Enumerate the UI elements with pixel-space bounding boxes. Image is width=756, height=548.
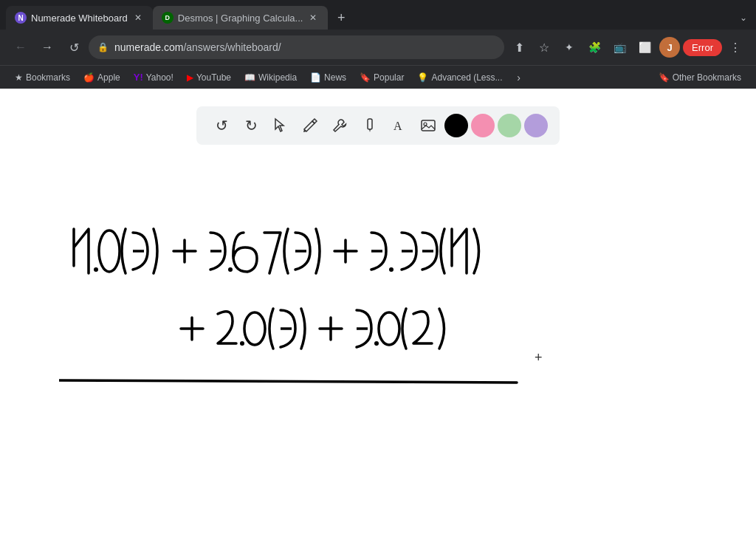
new-tab-button[interactable]: + [331,7,351,28]
wikipedia-label: Wikipedia [258,72,297,83]
apple-label: Apple [97,72,120,83]
tools-button[interactable] [326,112,353,139]
tab-numerade[interactable]: N Numerade Whiteboard ✕ [6,6,153,30]
text-tool-button[interactable]: A [385,112,412,139]
svg-point-10 [374,341,379,346]
color-purple[interactable] [524,114,548,137]
advanced-label: Advanced (Less... [431,72,502,83]
extensions-button[interactable]: 🧩 [583,35,606,59]
extension-hexagon-button[interactable]: ✦ [557,35,581,59]
tab-desmos[interactable]: D Desmos | Graphing Calcula... ✕ [153,6,329,30]
marker-tool-button[interactable] [356,112,382,139]
redo-button[interactable]: ↻ [238,112,264,139]
svg-line-12 [59,380,517,383]
bookmark-advanced[interactable]: 💡 Advanced (Less... [411,71,508,84]
other-bookmarks-icon: 🔖 [659,72,670,83]
advanced-icon: 💡 [417,72,428,83]
tab-desmos-label: Desmos | Graphing Calcula... [178,13,303,24]
desmos-favicon: D [162,12,173,24]
reload-button[interactable]: ↺ [62,35,86,59]
bookmarks-bar: ★ Bookmarks 🍎 Apple Y! Yahoo! ▶ YouTube … [0,65,756,89]
lock-icon: 🔒 [97,42,109,52]
error-button[interactable]: Error [683,39,722,56]
page-content: ↺ ↻ [0,89,756,548]
address-bar[interactable]: 🔒 numerade.com/answers/whiteboard/ [89,35,504,59]
tab-numerade-close[interactable]: ✕ [132,12,144,24]
bookmark-yahoo[interactable]: Y! Yahoo! [128,70,179,84]
menu-button[interactable]: ⋮ [724,35,747,59]
svg-text:A: A [394,120,402,132]
svg-point-3 [424,123,427,126]
bookmark-youtube[interactable]: ▶ YouTube [181,71,237,84]
color-green[interactable] [498,114,521,137]
share-button[interactable]: ⬆ [507,35,531,59]
svg-rect-0 [368,119,372,129]
news-icon: 📄 [310,72,321,83]
profile-button[interactable]: J [659,37,680,58]
text-icon: A [391,117,407,134]
bookmark-apple[interactable]: 🍎 Apple [78,71,126,84]
error-button-label: Error [692,42,713,53]
handwritten-math [59,185,613,495]
back-button[interactable]: ← [9,35,32,59]
bookmark-button[interactable]: ☆ [532,35,556,59]
numerade-favicon: N [15,12,27,24]
select-tool-button[interactable] [267,112,294,139]
split-view-button[interactable]: ⬜ [633,35,656,59]
other-bookmarks-button[interactable]: 🔖 Other Bookmarks [653,71,747,84]
pencil-tool-button[interactable] [297,112,323,139]
tab-bar: N Numerade Whiteboard ✕ D Desmos | Graph… [0,0,756,30]
wikipedia-icon: 📖 [244,72,255,83]
youtube-icon: ▶ [187,72,193,83]
svg-point-4 [94,267,98,272]
bookmarks-star-icon: ★ [15,72,23,83]
yahoo-label: Yahoo! [146,72,173,83]
nav-actions: ⬆ ☆ ✦ 🧩 📺 ⬜ J Error ⋮ [507,35,747,59]
bookmark-popular[interactable]: 🔖 Popular [354,71,410,84]
color-black[interactable] [444,114,468,137]
youtube-label: YouTube [196,72,231,83]
yahoo-icon: Y! [134,72,143,83]
svg-point-9 [244,312,265,345]
news-label: News [324,72,346,83]
tab-menu-button[interactable]: ⌄ [737,10,750,26]
tab-numerade-label: Numerade Whiteboard [31,13,128,24]
cursor-icon [272,117,289,134]
color-pink[interactable] [471,114,495,137]
nav-bar: ← → ↺ 🔒 numerade.com/answers/whiteboard/… [0,30,756,65]
apple-icon: 🍎 [83,72,94,83]
bookmark-bookmarks[interactable]: ★ Bookmarks [9,71,76,84]
tab-desmos-close[interactable]: ✕ [307,12,319,24]
undo-button[interactable]: ↺ [208,112,235,139]
svg-rect-2 [422,120,435,131]
svg-point-8 [240,341,244,346]
pencil-icon [302,117,318,134]
forward-button[interactable]: → [35,35,59,59]
browser-chrome: N Numerade Whiteboard ✕ D Desmos | Graph… [0,0,756,89]
marker-icon [361,117,377,134]
bookmark-wikipedia[interactable]: 📖 Wikipedia [238,71,303,84]
image-tool-button[interactable] [415,112,441,139]
bookmark-news[interactable]: 📄 News [304,71,352,84]
svg-point-6 [228,267,233,272]
canvas-area[interactable]: + [0,140,756,548]
svg-point-7 [389,267,394,272]
cast-button[interactable]: 📺 [608,35,631,59]
popular-icon: 🔖 [360,72,371,83]
svg-point-11 [379,312,399,345]
url-text: numerade.com/answers/whiteboard/ [114,41,495,53]
bookmarks-more-button[interactable]: › [510,69,528,86]
svg-point-5 [99,230,120,272]
image-icon [420,117,436,134]
whiteboard-toolbar: ↺ ↻ [196,106,560,145]
popular-label: Popular [374,72,404,83]
wrench-icon [331,117,348,134]
bookmarks-label: Bookmarks [26,72,70,83]
other-bookmarks-label: Other Bookmarks [673,72,741,83]
